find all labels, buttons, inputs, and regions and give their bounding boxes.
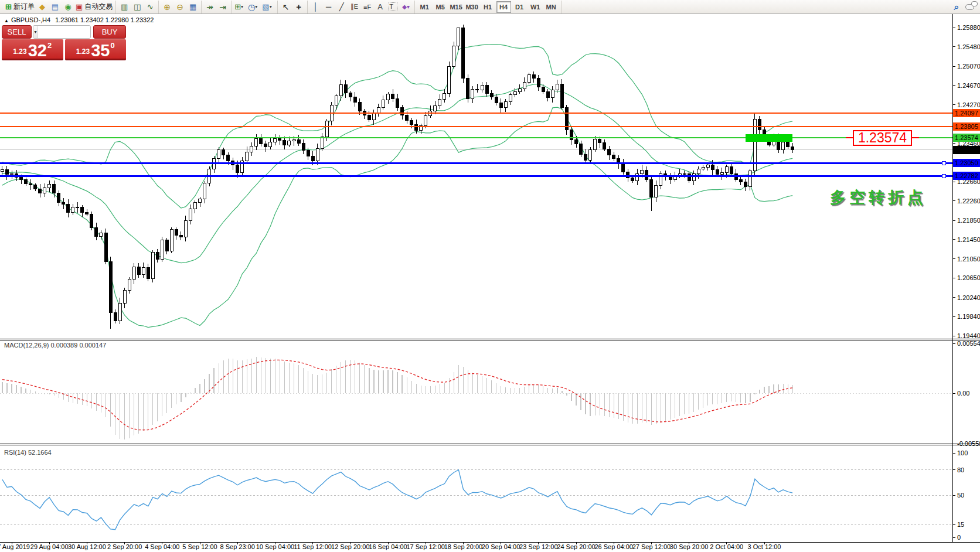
text-label-button[interactable]: T	[387, 1, 399, 13]
line-handle[interactable]	[942, 174, 945, 178]
bear-candle	[580, 144, 583, 154]
bear-candle	[406, 115, 409, 121]
bear-candle	[744, 182, 747, 186]
cursor-button[interactable]: ↖	[280, 1, 292, 13]
chart-shift-button[interactable]: ⇥	[217, 1, 229, 13]
sell-button[interactable]: SELL	[2, 25, 32, 39]
new-chart-button[interactable]: ⊞▾	[234, 1, 246, 13]
collapse-indicator-icon[interactable]: ▲	[4, 18, 9, 23]
time-tick-label: 3 Oct 12:00	[748, 543, 781, 550]
bear-candle	[476, 89, 479, 90]
tag-button[interactable]: ◆	[36, 1, 48, 13]
zoom-group: ⊕ ⊖ ▦	[159, 1, 202, 13]
time-tick-label: 2 Oct 04:00	[710, 543, 743, 550]
timeframe-H4[interactable]: H4	[496, 1, 511, 13]
zoom-in-button[interactable]: ⊕	[161, 1, 173, 13]
tile-windows-button[interactable]: ▦	[187, 1, 199, 13]
buy-price-panel[interactable]: 1.23 35 0	[65, 39, 127, 60]
autotrading-button[interactable]: ▣自动交易	[75, 1, 113, 13]
sell-price-panel[interactable]: 1.23 32 2	[2, 39, 63, 60]
bear-candle	[302, 144, 305, 151]
bull-candle	[528, 75, 530, 82]
text-label-icon: T	[389, 2, 397, 11]
time-tick-label: 16 Sep 04:00	[369, 543, 407, 550]
turning-point-note[interactable]: 多空转折点	[830, 187, 927, 208]
bear-candle	[20, 178, 23, 180]
price-chip-label: 1.22782	[955, 172, 978, 179]
equidistant-channel-button[interactable]: ∥E	[349, 1, 360, 13]
timeframe-M15[interactable]: M15	[449, 1, 464, 13]
arrows-button[interactable]: ◆▾	[400, 1, 412, 13]
buy-price-big: 35	[91, 43, 110, 58]
time-tick-label: 26 Sep 04:00	[594, 543, 632, 550]
bull-candle	[382, 100, 384, 108]
trade-group: ⊞新订单 ◆ ▤ ◉ ▣自动交易	[2, 1, 116, 13]
line-handle[interactable]	[942, 161, 945, 165]
zoom-out-button[interactable]: ⊖	[174, 1, 186, 13]
price-callout-box[interactable]: 1.23574	[853, 130, 912, 146]
time-tick-label: 18 Sep 20:00	[444, 543, 482, 550]
bull-candle	[184, 220, 187, 237]
horizontal-line-icon: ─	[326, 2, 331, 11]
bull-candle	[43, 188, 46, 193]
price-tick-label: 1.21850	[957, 217, 980, 224]
timeframe-M5[interactable]: M5	[433, 1, 448, 13]
fibonacci-button[interactable]: ≡F	[362, 1, 373, 13]
vertical-line-button[interactable]: │	[310, 1, 322, 13]
highlight-segment[interactable]	[746, 134, 792, 142]
macd-signal-line	[2, 360, 792, 430]
time-tick-label: 4 Sep 04:00	[145, 543, 179, 550]
ohlc-values: 1.23061 1.23402 1.22980 1.23322	[55, 16, 154, 23]
timeframe-D1[interactable]: D1	[512, 1, 527, 13]
equidistant-channel-icon: ∥E	[351, 3, 358, 11]
timeframe-MN[interactable]: MN	[544, 1, 559, 13]
bear-candle	[260, 139, 263, 144]
bull-candle	[452, 46, 455, 66]
horizontal-line-button[interactable]: ─	[323, 1, 335, 13]
bear-candle	[165, 240, 168, 251]
periodicity-button[interactable]: ◷▾	[247, 1, 260, 13]
bull-candle	[213, 159, 216, 169]
bear-candle	[147, 268, 149, 279]
chat-icon	[965, 4, 974, 10]
text-button[interactable]: A	[375, 1, 386, 13]
signal-icon: ◉	[64, 2, 71, 11]
bull-candle	[702, 168, 705, 169]
bull-candle	[481, 85, 484, 90]
charts-cloud-button[interactable]: ▤	[49, 1, 61, 13]
new-order-button[interactable]: ⊞新订单	[5, 1, 35, 13]
bear-candle	[104, 233, 107, 262]
chat-button[interactable]	[964, 1, 975, 13]
trendline-button[interactable]: ╱	[336, 1, 348, 13]
bear-candle	[57, 193, 60, 202]
bull-candle	[132, 267, 135, 280]
search-button[interactable]: ⌕	[951, 1, 962, 13]
timeframe-W1[interactable]: W1	[528, 1, 543, 13]
bear-candle	[739, 179, 742, 182]
cursor-group: ↖ +	[278, 1, 308, 13]
volume-input[interactable]	[38, 26, 91, 38]
bear-candle	[546, 91, 549, 97]
bear-candle	[297, 140, 300, 144]
periodicity-icon: ◷	[248, 2, 255, 12]
rsi-line	[2, 470, 792, 530]
crosshair-button[interactable]: +	[293, 1, 305, 13]
bar-chart-button[interactable]: ▥	[118, 1, 130, 13]
buy-button[interactable]: BUY	[93, 25, 126, 39]
volume-decrease-button[interactable]: ▼	[33, 26, 38, 38]
chart-canvas[interactable]: 1.258801.254801.250701.246701.242701.234…	[0, 14, 980, 552]
signal-button[interactable]: ◉	[62, 1, 74, 13]
candlestick-chart-button[interactable]: ◫	[131, 1, 143, 13]
bull-candle	[199, 199, 202, 202]
auto-scroll-button[interactable]: ↠	[204, 1, 216, 13]
volume-decrease-icon: ▼	[33, 30, 38, 34]
timeframe-M1[interactable]: M1	[417, 1, 432, 13]
bear-candle	[716, 170, 719, 175]
timeframe-H1[interactable]: H1	[481, 1, 495, 13]
timeframe-M30[interactable]: M30	[465, 1, 479, 13]
bull-candle	[321, 137, 324, 148]
line-chart-button[interactable]: ∿	[144, 1, 156, 13]
templates-button[interactable]: ▧▾	[261, 1, 274, 13]
bear-candle	[25, 180, 28, 184]
price-tick-label: 1.25480	[957, 43, 980, 50]
